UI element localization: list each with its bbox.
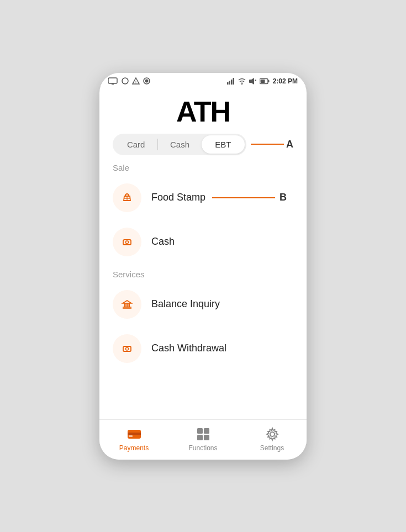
cash-withdrawal-item[interactable]: Cash Withdrawal [99,326,307,371]
cash-sale-label: Cash [151,236,175,247]
settings-nav-icon [265,426,280,442]
cash-withdrawal-icon [120,341,134,356]
tab-selector: Card Cash EBT [113,134,246,155]
svg-point-42 [270,432,275,436]
svg-rect-39 [204,428,209,434]
grid-nav-icon [196,427,210,441]
svg-rect-9 [231,80,233,85]
food-stamp-item[interactable]: Food Stamp B [99,176,307,220]
annotation-b-connector [212,197,275,198]
bank-icon-circle [113,290,141,319]
svg-rect-10 [233,78,234,85]
svg-rect-40 [197,435,203,440]
time-display: 2:02 PM [273,77,298,85]
svg-rect-7 [227,82,229,85]
payments-nav-icon [126,426,142,442]
nav-functions[interactable]: Functions [168,424,238,454]
annotation-a-label: A [286,139,293,150]
svg-rect-29 [129,303,130,307]
svg-text:!: ! [135,81,136,84]
svg-rect-28 [126,303,128,307]
svg-rect-12 [249,80,251,83]
bottom-nav: Payments Functions Settings [99,419,307,460]
cash-withdrawal-icon-circle [113,334,141,363]
tab-cash[interactable]: Cash [158,135,201,154]
gear-nav-icon [265,427,280,441]
svg-rect-36 [128,433,141,435]
tab-row: Card Cash EBT A [99,134,307,155]
app-logo: ATH [99,97,307,126]
svg-point-22 [120,235,134,249]
balance-inquiry-label: Balance Inquiry [151,298,220,310]
annotation-a-line: A [251,139,293,150]
svg-point-6 [145,80,149,83]
svg-rect-18 [260,80,265,83]
nav-settings[interactable]: Settings [238,424,307,454]
card-nav-icon [127,429,141,440]
sale-section-label: Sale [99,157,307,176]
muted-icon [249,78,256,85]
signal-icon [227,78,235,85]
circle2-icon [143,77,150,85]
warning-icon: ! [132,77,140,85]
svg-point-11 [241,83,242,85]
logo-area: ATH [99,87,307,134]
svg-rect-1 [112,83,114,85]
svg-rect-8 [229,81,230,85]
svg-rect-37 [129,435,133,437]
balance-inquiry-item[interactable]: Balance Inquiry [99,282,307,326]
bank-icon [120,297,134,312]
svg-rect-27 [124,303,126,307]
content-area: Sale Food Stamp B [99,157,307,419]
food-stamp-annotation-row: Food Stamp B [151,192,293,203]
functions-nav-label: Functions [188,444,217,452]
annotation-a-connector [251,144,284,145]
status-icons-left: ! [108,77,150,85]
settings-nav-label: Settings [260,444,284,452]
battery-icon [260,78,270,85]
phone-frame: ! [99,73,307,460]
cash-icon-circle [113,228,141,256]
tab-card[interactable]: Card [114,135,157,154]
svg-rect-38 [197,428,203,434]
svg-point-32 [120,342,134,355]
svg-rect-17 [268,80,269,82]
svg-rect-41 [204,435,209,440]
nav-payments[interactable]: Payments [99,424,168,454]
cash-sale-item[interactable]: Cash [99,220,307,264]
wifi-icon [238,78,246,85]
tab-ebt[interactable]: EBT [202,135,245,154]
svg-rect-0 [108,78,117,83]
cash-withdrawal-label: Cash Withdrawal [151,343,226,354]
services-section-label: Services [99,264,307,282]
payments-nav-label: Payments [119,444,149,452]
svg-point-2 [122,78,128,84]
status-icons-right: 2:02 PM [227,77,298,85]
food-stamp-label: Food Stamp [151,192,205,203]
circle-icon [122,77,129,85]
screen-icon [108,77,118,85]
food-stamp-icon-circle [113,183,141,212]
basket-icon [120,191,134,205]
functions-nav-icon [196,426,211,442]
status-bar: ! [99,73,307,87]
annotation-b-label: B [280,192,287,203]
svg-marker-13 [251,78,254,85]
cash-icon [120,235,134,249]
